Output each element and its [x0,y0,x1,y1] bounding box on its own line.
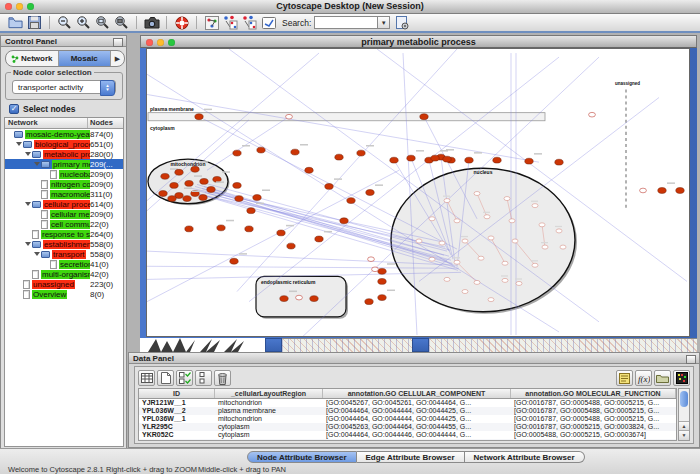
network-node[interactable] [532,204,538,208]
network-node[interactable] [287,243,295,249]
table-cell[interactable]: YLR295C [139,423,215,431]
table-cell[interactable]: [GO:0016787, GO:0005488, GO:0005215, G..… [511,399,676,407]
table-cell[interactable]: mitochondrion [215,399,323,407]
scrollbar-thumb[interactable] [680,391,688,407]
table-cell[interactable]: mitochondrion [215,439,323,441]
network-node[interactable] [488,236,494,240]
tab-mosaic[interactable]: Mosaic [59,51,112,66]
background-window-frame[interactable] [265,338,282,352]
configure-search-icon[interactable] [393,14,412,31]
background-network-view-2[interactable] [429,338,697,353]
tree-row[interactable]: nucleobase-209(0) [5,169,123,179]
network-node[interactable] [431,155,439,161]
network-node[interactable] [291,149,299,155]
network-node[interactable] [488,298,494,302]
network-node[interactable] [589,112,596,117]
zoom-out-icon[interactable] [55,14,74,31]
import-attributes-icon[interactable] [654,370,671,386]
tree-row[interactable]: primary metabo209(... [5,159,123,169]
network-node[interactable] [560,245,566,249]
network-node[interactable] [465,157,473,163]
table-cell[interactable]: mitochondrion [215,415,323,423]
network-node[interactable] [509,219,515,223]
network-node[interactable] [378,268,386,274]
table-cell[interactable]: cytoplasm [215,423,323,431]
network-node[interactable] [185,180,193,186]
zoom-fit-icon[interactable] [93,14,112,31]
network-node[interactable] [296,295,303,300]
network-node[interactable] [286,114,293,119]
tab-edge-attribute-browser[interactable]: Edge Attribute Browser [357,451,465,463]
network-node[interactable] [175,169,183,175]
network-node[interactable] [439,241,445,245]
network-node[interactable] [207,187,215,193]
tree-row[interactable]: response to stimul264(0) [5,229,123,239]
save-icon[interactable] [25,14,44,31]
network-node[interactable] [474,280,480,284]
help-icon[interactable] [172,14,191,31]
tree-row[interactable]: unassigned223(0) [5,279,123,289]
tree-row[interactable]: biological_process651(0) [5,139,123,149]
network-node[interactable] [420,114,428,120]
network-node[interactable] [233,150,241,156]
attribute-grid-icon[interactable] [195,370,212,386]
delete-attributes-icon[interactable] [176,370,193,386]
tree-row[interactable]: cell communicat22(0) [5,219,123,229]
network-node[interactable] [555,159,563,165]
network-node[interactable] [539,223,545,227]
network-node[interactable] [454,260,460,264]
network-node[interactable] [233,182,241,188]
notes-icon[interactable] [616,370,633,386]
tree-row[interactable]: Overview8(0) [5,289,123,299]
network-node[interactable] [512,239,518,243]
table-cell[interactable]: [GO:0045267, GO:0045261, GO:0044464, G..… [323,399,511,407]
network-node[interactable] [257,147,265,153]
network-node[interactable] [484,215,490,219]
network-node[interactable] [444,277,450,281]
annotation-icon[interactable] [259,14,278,31]
network-node[interactable] [170,182,178,188]
network-node[interactable] [340,218,348,224]
network-view-titlebar[interactable]: primary metabolic process [140,35,697,48]
function-builder-icon[interactable]: f(x) [635,370,652,386]
tree-row[interactable]: cellular metabol209(0) [5,209,123,219]
table-cell[interactable]: [GO:0044464, GO:0044444, GO:0044425, G..… [323,407,511,415]
table-cell[interactable]: [GO:0044464, GO:0044446, GO:0044444, G..… [323,431,511,439]
table-cell[interactable]: YPL036W__2 [139,407,215,415]
network-node[interactable] [516,281,522,285]
network-node[interactable] [454,219,460,223]
disclosure-triangle[interactable] [34,162,40,166]
network-node[interactable] [200,178,208,184]
disclosure-triangle[interactable] [25,202,31,206]
network-node[interactable] [676,188,684,194]
network-canvas[interactable]: plasma membranecytoplasmmitochondrionnuc… [147,49,689,336]
disclosure-triangle[interactable] [25,242,31,246]
table-cell[interactable]: YDR039C__1 [139,439,215,441]
network-node[interactable] [310,296,318,302]
network-node[interactable] [462,290,468,294]
tab-node-attribute-browser[interactable]: Node Attribute Browser [247,451,357,463]
network-node[interactable] [217,225,225,231]
attribute-matrix-icon[interactable] [673,370,690,386]
search-dropdown-button[interactable]: ▼ [377,16,390,29]
table-cell[interactable]: [GO:0016787, GO:0005215, GO:0003824, G..… [511,423,676,431]
open-file-icon[interactable] [6,14,25,31]
background-window-frame-2[interactable] [412,338,429,352]
disclosure-triangle[interactable] [25,152,31,156]
network-node[interactable] [658,188,666,194]
table-row[interactable]: YPL036W__1mitochondrion[GO:0044464, GO:0… [139,415,676,423]
table-cell[interactable]: [GO:0016787, GO:0005488, GO:0005215, G..… [511,407,676,415]
disclosure-triangle[interactable] [16,142,22,146]
float-panel-icon[interactable] [113,38,123,47]
network-node[interactable] [556,229,562,233]
network-node[interactable] [161,173,169,179]
network-node[interactable] [253,195,261,201]
network-node[interactable] [429,217,435,221]
select-nodes-checkbox[interactable]: ✓ [9,104,19,114]
zoom-in-icon[interactable] [74,14,93,31]
network-node[interactable] [168,196,176,202]
zoom-selected-icon[interactable] [112,14,131,31]
network-node[interactable] [640,188,647,193]
search-input[interactable] [314,16,377,29]
network-node[interactable] [185,226,193,232]
